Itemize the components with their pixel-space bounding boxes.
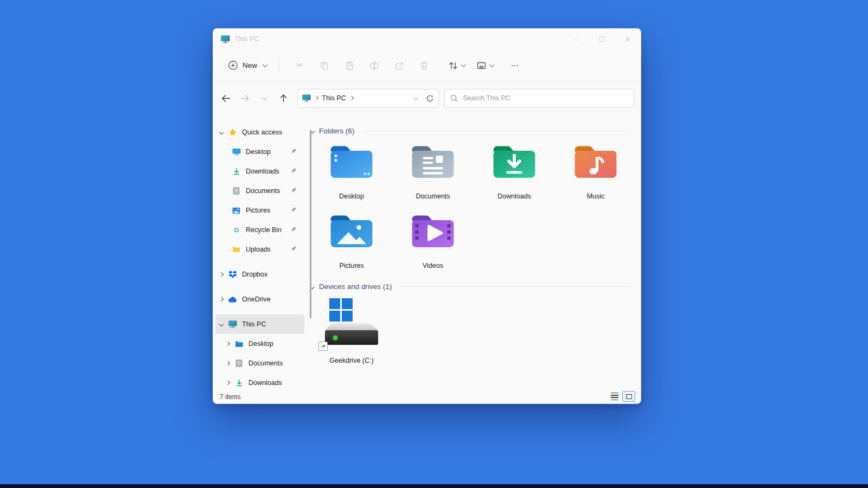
share-button[interactable]: [387, 56, 412, 75]
sidebar-scrollbar[interactable]: [310, 130, 311, 318]
section-divider: [400, 286, 631, 287]
chevron-right-icon[interactable]: [226, 342, 230, 346]
sidebar-item-pictures[interactable]: Pictures: [215, 201, 304, 220]
downloads-folder-icon: [489, 142, 540, 182]
chevron-right-icon[interactable]: [226, 381, 230, 385]
sidebar-item-uploads[interactable]: Uploads: [215, 240, 304, 259]
chevron-down-icon: [489, 62, 495, 67]
recent-locations-button[interactable]: [255, 89, 274, 107]
navigation-pane: Quick access Desktop Downloads: [213, 114, 307, 390]
sidebar-item-dropbox[interactable]: Dropbox: [215, 265, 304, 284]
arrow-up-icon: [279, 94, 288, 102]
sidebar-item-recycle-bin[interactable]: ♻ Recycle Bin: [215, 220, 304, 240]
delete-button[interactable]: [412, 56, 437, 75]
breadcrumb-separator-icon: [314, 96, 318, 100]
shortcut-arrow-badge: [318, 342, 328, 351]
sort-button[interactable]: [444, 56, 469, 75]
forward-button[interactable]: [235, 89, 254, 107]
sidebar-item-downloads[interactable]: Downloads: [215, 162, 304, 181]
arrow-left-icon: [221, 94, 231, 102]
desktop-icon: [232, 147, 241, 156]
file-explorer-window: This PC – ✕ New ✂: [213, 28, 641, 404]
sidebar-item-this-pc[interactable]: This PC: [215, 314, 304, 334]
drive-tile-geekdrive-c[interactable]: Geekdrive (C:): [311, 298, 392, 364]
chevron-down-icon[interactable]: [219, 322, 224, 326]
rename-button[interactable]: [362, 56, 387, 75]
plus-circle-icon: [228, 61, 238, 70]
cut-button[interactable]: ✂: [287, 56, 312, 75]
sidebar-item-onedrive[interactable]: OneDrive: [215, 290, 304, 309]
maximize-button[interactable]: [589, 29, 615, 49]
large-icons-view-icon: [626, 394, 632, 399]
document-icon: [232, 187, 241, 195]
this-pc-monitor-icon: [228, 320, 237, 329]
item-count-label: 7 items: [220, 393, 241, 401]
chevron-right-icon[interactable]: [219, 272, 224, 277]
paste-button[interactable]: [337, 56, 362, 75]
items-view: Folders (6) Desktop: [307, 114, 641, 390]
folder-tile-downloads[interactable]: Downloads: [474, 142, 555, 200]
drive-led-indicator: [333, 336, 337, 340]
breadcrumb-this-pc[interactable]: This PC: [322, 94, 346, 102]
refresh-icon[interactable]: [426, 94, 434, 102]
sidebar-item-documents[interactable]: Documents: [215, 181, 304, 201]
videos-folder-icon: [407, 211, 458, 251]
large-icons-view-button[interactable]: [622, 391, 635, 402]
chevron-right-icon[interactable]: [219, 297, 224, 301]
up-button[interactable]: [274, 89, 293, 107]
pin-icon: [291, 246, 297, 253]
screen-bottom-edge: [0, 484, 868, 488]
hard-drive-icon: [322, 298, 381, 348]
rename-icon: [369, 61, 379, 70]
status-bar: 7 items: [213, 390, 641, 403]
search-icon: [450, 94, 458, 102]
details-view-button[interactable]: [611, 393, 618, 401]
folder-tile-documents[interactable]: Documents: [392, 142, 474, 200]
clipboard-icon: [344, 61, 354, 70]
navigation-bar: This PC: [213, 82, 641, 114]
folder-tile-desktop[interactable]: Desktop: [311, 142, 392, 200]
copy-icon: [320, 61, 329, 70]
address-dropdown-icon[interactable]: [413, 95, 419, 100]
folder-tile-videos[interactable]: Videos: [392, 211, 474, 269]
sidebar-item-pc-downloads[interactable]: Downloads: [215, 373, 304, 390]
pin-icon: [291, 187, 297, 195]
address-bar[interactable]: This PC: [297, 89, 439, 108]
section-header-folders[interactable]: Folders (6): [311, 127, 641, 135]
onedrive-cloud-icon: [228, 295, 237, 304]
close-button[interactable]: ✕: [615, 29, 641, 49]
copy-button[interactable]: [312, 56, 337, 75]
sort-icon: [448, 61, 458, 70]
dropbox-icon: [228, 270, 237, 279]
pin-icon: [291, 168, 297, 175]
sidebar-item-quick-access[interactable]: Quick access: [215, 123, 304, 142]
new-button[interactable]: New: [223, 57, 272, 74]
sidebar-item-pc-documents[interactable]: Documents: [215, 354, 304, 373]
toolbar-divider: [279, 59, 279, 72]
folder-tile-pictures[interactable]: Pictures: [311, 211, 392, 269]
see-more-button[interactable]: …: [503, 56, 528, 75]
sidebar-item-pc-desktop[interactable]: Desktop: [215, 334, 304, 354]
section-divider: [362, 131, 631, 131]
sidebar-item-desktop[interactable]: Desktop: [215, 142, 304, 162]
minimize-button[interactable]: –: [563, 29, 589, 49]
chevron-down-icon[interactable]: [219, 130, 224, 134]
view-button[interactable]: [473, 56, 497, 75]
chevron-right-icon[interactable]: [226, 361, 230, 365]
chevron-down-icon: [263, 62, 268, 67]
folder-tile-music[interactable]: Music: [555, 142, 636, 200]
folder-icon: [232, 245, 241, 254]
back-button[interactable]: [216, 89, 235, 107]
download-icon: [234, 378, 244, 387]
drive-front-face: [325, 330, 378, 345]
this-pc-monitor-icon: [302, 94, 311, 102]
breadcrumb-separator-icon: [349, 96, 353, 100]
search-input[interactable]: [463, 94, 628, 102]
search-box[interactable]: [444, 89, 634, 108]
desktop-folder-icon: [326, 142, 377, 182]
pin-icon: [291, 148, 297, 156]
title-bar[interactable]: This PC – ✕: [213, 29, 641, 49]
star-icon: [228, 128, 237, 137]
section-header-devices[interactable]: Devices and drives (1): [311, 282, 641, 291]
share-icon: [394, 61, 404, 70]
